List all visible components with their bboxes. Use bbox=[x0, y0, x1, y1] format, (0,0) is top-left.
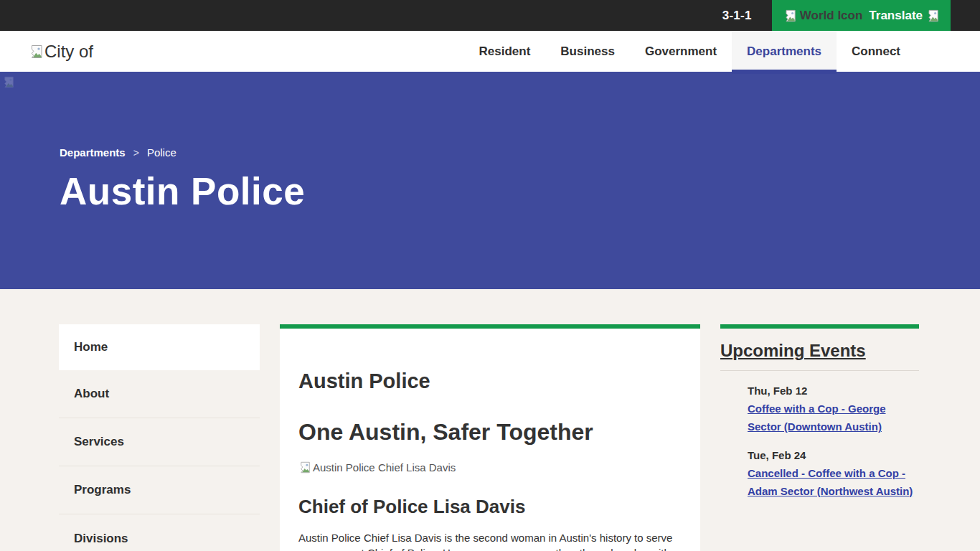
chief-photo-alt-text: Austin Police Chief Lisa Davis bbox=[313, 461, 456, 474]
sidebar-item-label: About bbox=[74, 387, 109, 401]
event-date: Thu, Feb 12 bbox=[748, 385, 919, 397]
breadcrumb-separator: > bbox=[133, 147, 139, 159]
breadcrumb-departments-link[interactable]: Departments bbox=[60, 146, 126, 159]
page-title: Austin Police bbox=[60, 169, 980, 213]
sidebar-item-label: Services bbox=[74, 435, 124, 449]
nav-label: Departments bbox=[747, 44, 821, 59]
sidebar-item-services[interactable]: Services bbox=[59, 418, 260, 466]
nav-label: Connect bbox=[852, 44, 900, 59]
utility-topbar: 3-1-1 World Icon Translate bbox=[0, 0, 980, 31]
nav-item-departments[interactable]: Departments bbox=[732, 31, 837, 72]
event-link-coffee-george-sector[interactable]: Coffee with a Cop - George Sector (Downt… bbox=[748, 400, 919, 435]
sidebar-item-label: Programs bbox=[74, 483, 131, 497]
nav-item-business[interactable]: Business bbox=[545, 31, 630, 72]
nav-item-resident[interactable]: Resident bbox=[464, 31, 546, 72]
sidebar-item-divisions[interactable]: Divisions bbox=[59, 514, 260, 551]
article-heading: Austin Police bbox=[298, 369, 680, 393]
section-sidebar: Home About Services Programs Divisions bbox=[59, 324, 260, 551]
logo-broken-image-icon bbox=[29, 44, 43, 59]
chief-section-heading: Chief of Police Lisa Davis bbox=[298, 496, 680, 518]
breadcrumb: Departments > Police bbox=[60, 146, 980, 159]
content-area: Home About Services Programs Divisions A… bbox=[0, 289, 980, 551]
translate-button[interactable]: World Icon Translate bbox=[772, 0, 951, 31]
sidebar-item-programs[interactable]: Programs bbox=[59, 466, 260, 514]
primary-nav: Resident Business Government Departments… bbox=[464, 31, 915, 72]
world-broken-image-icon bbox=[783, 9, 796, 22]
breadcrumb-current-police: Police bbox=[147, 146, 176, 159]
hero-broken-image-icon bbox=[2, 76, 14, 88]
nav-label: Business bbox=[560, 44, 615, 59]
sidebar-item-label: Home bbox=[74, 340, 108, 354]
nav-label: Resident bbox=[479, 44, 531, 59]
translate-label: Translate bbox=[869, 9, 923, 23]
sidebar-item-home[interactable]: Home bbox=[59, 324, 260, 370]
events-divider bbox=[720, 370, 919, 371]
event-link-coffee-adam-sector[interactable]: Cancelled - Coffee with a Cop - Adam Sec… bbox=[748, 464, 919, 500]
city-logo-link[interactable]: City of bbox=[29, 42, 93, 62]
main-article-card: Austin Police One Austin, Safer Together… bbox=[280, 324, 700, 551]
event-item: Thu, Feb 12 Coffee with a Cop - George S… bbox=[720, 385, 919, 435]
article-subheading: One Austin, Safer Together bbox=[298, 419, 680, 446]
nav-item-connect[interactable]: Connect bbox=[837, 31, 915, 72]
chief-bio-paragraph: Austin Police Chief Lisa Davis is the se… bbox=[298, 530, 680, 551]
nav-item-government[interactable]: Government bbox=[630, 31, 732, 72]
logo-alt-text: City of bbox=[44, 42, 93, 62]
flag-broken-image-icon bbox=[926, 9, 939, 22]
chief-photo-broken-image: Austin Police Chief Lisa Davis bbox=[298, 461, 680, 474]
photo-broken-image-icon bbox=[298, 461, 311, 474]
hero-banner: Departments > Police Austin Police bbox=[0, 72, 980, 289]
upcoming-events-title-link[interactable]: Upcoming Events bbox=[720, 341, 866, 361]
world-icon-alt-text: World Icon bbox=[800, 9, 863, 23]
event-date: Tue, Feb 24 bbox=[748, 449, 919, 461]
site-header: City of Resident Business Government Dep… bbox=[0, 31, 980, 72]
event-item: Tue, Feb 24 Cancelled - Coffee with a Co… bbox=[720, 449, 919, 500]
sidebar-item-about[interactable]: About bbox=[59, 370, 260, 418]
three-one-one-link[interactable]: 3-1-1 bbox=[722, 9, 752, 23]
sidebar-item-label: Divisions bbox=[74, 532, 128, 546]
upcoming-events-panel: Upcoming Events Thu, Feb 12 Coffee with … bbox=[720, 324, 919, 500]
nav-label: Government bbox=[645, 44, 717, 59]
